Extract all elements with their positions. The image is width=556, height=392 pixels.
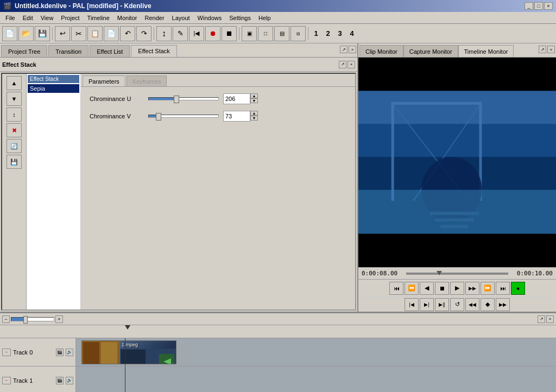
menu-timeline[interactable]: Timeline (84, 14, 113, 22)
num2[interactable]: 2 (323, 26, 333, 41)
maximize-button[interactable]: □ (534, 2, 543, 10)
mark-in[interactable]: |◀ (189, 26, 204, 41)
tab-clip-monitor[interactable]: Clip Monitor (359, 45, 403, 57)
minimize-button[interactable]: _ (525, 2, 533, 10)
close-button[interactable]: × (544, 2, 553, 10)
panel-close-button[interactable]: × (349, 46, 356, 53)
chrominance-u-up[interactable]: ▲ (250, 93, 258, 98)
timeline-float-button[interactable]: ↗ (538, 315, 545, 323)
prev-marker-button[interactable]: |◀ (405, 298, 419, 311)
stop-button[interactable]: ⏹ (435, 282, 449, 295)
record-button[interactable]: ⏺ (205, 26, 220, 41)
tab-timeline-monitor[interactable]: Timeline Monitor (458, 45, 514, 57)
menu-edit[interactable]: Edit (20, 14, 36, 22)
zoom-in-button[interactable]: + (55, 315, 63, 323)
tab-effect-stack[interactable]: Effect Stack (131, 45, 177, 57)
loop-button[interactable]: ↺ (450, 298, 464, 311)
monitor-float-button[interactable]: ↗ (539, 46, 546, 53)
chrominance-v-value[interactable]: 73 (223, 111, 250, 122)
track-content-1[interactable] (76, 366, 556, 392)
layout4-button[interactable]: ⧈ (290, 26, 306, 41)
next-clip-button[interactable]: ▶|| (435, 298, 449, 311)
track1-mute-button[interactable]: − (2, 377, 11, 384)
razor-tool[interactable]: ✎ (173, 26, 188, 41)
titlebar-controls[interactable]: _ □ × (525, 2, 553, 10)
paste-button[interactable]: 📄 (104, 26, 119, 41)
track1-video-button[interactable]: 🎬 (56, 377, 64, 384)
chrominance-u-value[interactable]: 206 (223, 93, 250, 104)
panel-float-button[interactable]: ↗ (340, 46, 348, 53)
menu-settings[interactable]: Settings (226, 14, 254, 22)
num3[interactable]: 3 (334, 26, 345, 41)
effect-delete-button[interactable]: ✖ (7, 123, 22, 137)
effect-down-button[interactable]: ▼ (7, 92, 22, 106)
save-button[interactable]: 💾 (35, 26, 50, 41)
track-content-0[interactable]: SEPIA 1.mpeg (76, 338, 556, 366)
fast-forward-button[interactable]: ⏩ (481, 282, 495, 295)
subpanel-float-button[interactable]: ↗ (339, 61, 346, 68)
params-tab-keyframes[interactable]: Keyframes (127, 75, 167, 86)
redo-button[interactable]: ↷ (136, 26, 151, 41)
rewind-button[interactable]: ⏪ (405, 282, 419, 295)
zoom-slider[interactable] (11, 317, 54, 321)
undo-button[interactable]: ↩ (55, 26, 70, 41)
layout1-button[interactable]: ▣ (242, 26, 257, 41)
open-button[interactable]: 📂 (18, 26, 34, 41)
record-button[interactable]: ● (511, 282, 525, 295)
clip-1mpeg[interactable]: 1.mpeg (119, 340, 176, 364)
menu-layout[interactable]: Layout (169, 14, 193, 22)
chrominance-u-down[interactable]: ▼ (250, 98, 258, 103)
chrominance-u-slider[interactable] (148, 97, 219, 100)
effect-reset-button[interactable]: 🔄 (7, 139, 22, 153)
effect-item-sepia[interactable]: Sepia (28, 84, 79, 93)
marker-button[interactable]: ◆ (481, 298, 495, 311)
track1-audio-button[interactable]: 🔊 (66, 377, 73, 384)
num4[interactable]: 4 (346, 26, 357, 41)
play-loop-button[interactable]: ▶▶ (465, 282, 479, 295)
timeline-close-button[interactable]: × (546, 315, 554, 323)
menu-render[interactable]: Render (141, 14, 167, 22)
play-button[interactable]: ▶ (450, 282, 464, 295)
go-start-button[interactable]: ⏮ (389, 282, 403, 295)
next-marker-button[interactable]: ▶| (420, 298, 434, 311)
params-tab-parameters[interactable]: Parameters (83, 75, 125, 86)
menu-file[interactable]: File (2, 14, 18, 22)
step-back-button[interactable]: ◀ (420, 282, 434, 295)
menu-windows[interactable]: Windows (194, 14, 225, 22)
chrominance-v-spinbox[interactable]: ▲ ▼ (250, 111, 258, 122)
scrubber-triangle[interactable] (125, 325, 130, 330)
undo2-button[interactable]: ↶ (120, 26, 135, 41)
chrominance-v-slider[interactable] (148, 115, 219, 118)
effect-up-button[interactable]: ▲ (7, 76, 22, 90)
chrominance-v-up[interactable]: ▲ (250, 111, 258, 116)
new-button[interactable]: 📄 (2, 26, 17, 41)
menu-view[interactable]: View (37, 14, 57, 22)
effect-save-button[interactable]: 💾 (7, 155, 22, 169)
zoom-out-button[interactable]: − (2, 315, 10, 323)
tab-effect-list[interactable]: Effect List (90, 45, 130, 57)
monitor-close-button[interactable]: × (547, 46, 555, 53)
track0-video-button[interactable]: 🎬 (56, 349, 64, 356)
chrominance-v-down[interactable]: ▼ (250, 116, 258, 121)
go-end-button[interactable]: ⏭ (496, 282, 510, 295)
clip-sepia[interactable]: SEPIA (81, 340, 119, 364)
track0-audio-button[interactable]: 🔊 (66, 349, 73, 356)
menu-project[interactable]: Project (58, 14, 83, 22)
copy-button[interactable]: 📋 (87, 26, 103, 41)
subpanel-close-button[interactable]: × (348, 61, 355, 68)
track0-mute-button[interactable]: − (2, 349, 11, 356)
extract-button[interactable]: ◀◀ (465, 298, 479, 311)
num1[interactable]: 1 (311, 26, 321, 41)
chrominance-u-spinbox[interactable]: ▲ ▼ (250, 93, 258, 104)
tab-project-tree[interactable]: Project Tree (1, 45, 47, 57)
tab-transition[interactable]: Transition (48, 45, 89, 57)
menu-monitor[interactable]: Monitor (114, 14, 141, 22)
tab-capture-monitor[interactable]: Capture Monitor (403, 45, 458, 57)
select-tool[interactable]: ↕ (156, 26, 172, 41)
layout3-button[interactable]: ▤ (274, 26, 289, 41)
stop-button[interactable]: ⏹ (222, 26, 237, 41)
effect-toggle-button[interactable]: ↕ (7, 108, 22, 122)
menu-help[interactable]: Help (255, 14, 274, 22)
layout2-button[interactable]: □ (258, 26, 273, 41)
cut-button[interactable]: ✂ (71, 26, 86, 41)
